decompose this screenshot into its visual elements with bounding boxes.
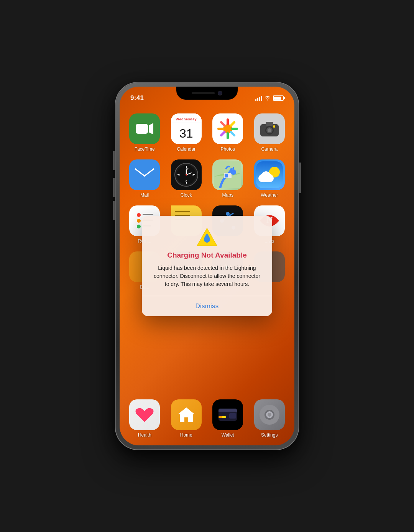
phone-frame: 9:41 — [115, 82, 299, 450]
alert-title: Charging Not Available — [151, 251, 263, 259]
alert-message: Liquid has been detected in the Lightnin… — [151, 264, 263, 288]
dismiss-button[interactable]: Dismiss — [142, 296, 272, 316]
alert-warning-icon — [196, 227, 219, 247]
alert-buttons: Dismiss — [142, 296, 272, 316]
phone-wrapper: 9:41 — [115, 82, 299, 450]
alert-dialog: Charging Not Available Liquid has been d… — [142, 216, 272, 316]
alert-content: Charging Not Available Liquid has been d… — [142, 216, 272, 296]
alert-overlay: Charging Not Available Liquid has been d… — [120, 87, 294, 445]
phone-screen: 9:41 — [120, 87, 294, 445]
